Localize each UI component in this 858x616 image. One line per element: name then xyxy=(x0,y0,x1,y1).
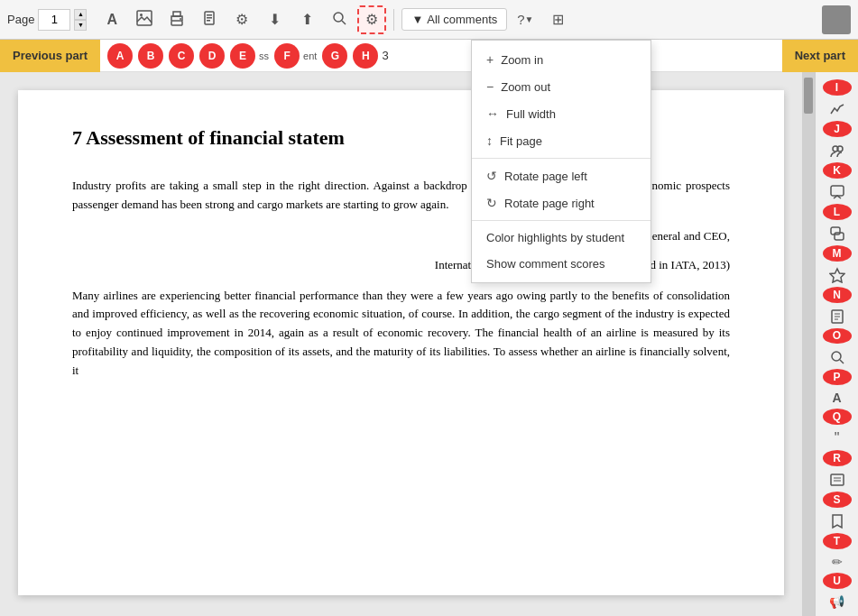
print-button[interactable] xyxy=(162,5,191,34)
letter-badges: A B C D E ss F ent G H 3 xyxy=(100,43,396,69)
sidebar-icon-q[interactable]: " xyxy=(826,430,848,446)
grid-button[interactable]: ⊞ xyxy=(543,5,572,34)
sidebar-icon-s[interactable] xyxy=(826,513,848,529)
sidebar-icon-m[interactable] xyxy=(826,267,848,283)
filter-icon: ▼ xyxy=(411,13,423,26)
next-part-button[interactable]: Next part xyxy=(782,40,858,72)
rotate-left-label: Rotate page left xyxy=(504,170,587,183)
sidebar-icon-j[interactable] xyxy=(826,143,848,159)
previous-part-button[interactable]: Previous part xyxy=(0,40,100,72)
sidebar-icon-o[interactable] xyxy=(826,349,848,365)
sidebar-badge-q[interactable]: Q xyxy=(823,409,852,425)
pdf-content: 7 Assessment of financial statem Industr… xyxy=(0,72,802,616)
fit-page-label: Fit page xyxy=(500,134,542,148)
all-comments-button[interactable]: ▼ All comments xyxy=(401,8,507,31)
main-area: 7 Assessment of financial statem Industr… xyxy=(0,72,858,616)
sidebar-badge-s[interactable]: S xyxy=(823,492,852,508)
sidebar-badge-i[interactable]: I xyxy=(823,79,852,96)
rotate-right-icon: ↻ xyxy=(486,196,497,210)
pdf-para2: Many airlines are experiencing better fi… xyxy=(72,287,730,381)
sidebar-badge-j[interactable]: J xyxy=(823,121,852,137)
sidebar-icon-p[interactable]: A xyxy=(826,391,848,405)
sidebar-icon-k[interactable] xyxy=(826,184,848,200)
rotate-right-item[interactable]: ↻ Rotate page right xyxy=(472,189,650,216)
sidebar-icon-r[interactable] xyxy=(826,472,848,488)
pdf-scrollbar[interactable] xyxy=(802,72,815,616)
badge-c[interactable]: C xyxy=(169,43,194,69)
text-tool-button[interactable]: A xyxy=(97,5,126,34)
zoom-in-item[interactable]: + Zoom in xyxy=(472,46,650,73)
zoom-out-item[interactable]: − Zoom out xyxy=(472,73,650,100)
zoom-out-label: Zoom out xyxy=(501,80,550,94)
sidebar-badge-t[interactable]: T xyxy=(823,533,852,549)
svg-rect-2 xyxy=(171,21,182,25)
upload-button[interactable]: ⬆ xyxy=(292,5,321,34)
sidebar-icon-n[interactable] xyxy=(826,308,848,325)
sidebar-icon-t[interactable]: ✏ xyxy=(826,555,848,569)
settings-icon: ⚙ xyxy=(235,11,248,28)
zoom-in-label: Zoom in xyxy=(501,53,543,67)
badge-h[interactable]: H xyxy=(353,43,378,69)
badge-h-label: 3 xyxy=(382,49,388,62)
attach-button[interactable] xyxy=(195,5,224,34)
rotate-right-label: Rotate page right xyxy=(504,197,595,210)
full-width-item[interactable]: ↔ Full width xyxy=(472,100,650,127)
fit-page-item[interactable]: ↕ Fit page xyxy=(472,127,650,154)
search-button[interactable] xyxy=(325,5,354,34)
rotate-left-item[interactable]: ↺ Rotate page left xyxy=(472,162,650,189)
svg-rect-3 xyxy=(173,12,180,16)
search-icon xyxy=(332,11,346,29)
download-button[interactable]: ⬇ xyxy=(260,5,289,34)
badge-g[interactable]: G xyxy=(322,43,347,69)
svg-point-4 xyxy=(180,18,181,20)
download-icon: ⬇ xyxy=(269,11,281,28)
sidebar-badge-u[interactable]: U xyxy=(823,573,852,589)
sidebar-badge-m[interactable]: M xyxy=(823,245,852,262)
sidebar-icon-u[interactable]: 📢 xyxy=(826,594,848,609)
sidebar-badge-p[interactable]: P xyxy=(823,369,852,385)
view-options-button[interactable]: ⚙ xyxy=(357,5,386,34)
page-down-button[interactable]: ▼ xyxy=(74,20,87,31)
sidebar-badge-l[interactable]: L xyxy=(823,204,852,220)
page-label: Page xyxy=(7,13,34,26)
scroll-thumb[interactable] xyxy=(804,78,813,114)
all-comments-label: All comments xyxy=(427,13,497,26)
settings-button[interactable]: ⚙ xyxy=(227,5,256,34)
svg-point-1 xyxy=(140,14,143,16)
badge-b[interactable]: B xyxy=(138,43,163,69)
help-dropdown-icon: ▼ xyxy=(525,14,534,24)
zoom-in-icon: + xyxy=(486,52,494,67)
badge-e-label: ss xyxy=(259,51,269,61)
sidebar-badge-n[interactable]: N xyxy=(823,287,852,303)
page-input[interactable] xyxy=(38,9,70,31)
show-scores-label: Show comment scores xyxy=(486,257,605,271)
sidebar-badge-r[interactable]: R xyxy=(823,450,852,466)
sidebar-badge-k[interactable]: K xyxy=(823,162,852,179)
zoom-out-icon: − xyxy=(486,79,494,94)
badge-d[interactable]: D xyxy=(199,43,225,69)
svg-marker-16 xyxy=(830,269,844,282)
image-tool-button[interactable] xyxy=(130,5,159,34)
secondary-toolbar: Previous part A B C D E ss F ent G H 3 N… xyxy=(0,40,858,72)
sidebar-icon-l[interactable] xyxy=(826,225,848,242)
svg-rect-6 xyxy=(207,14,212,16)
page-control: Page ▲ ▼ xyxy=(7,9,87,31)
grid-icon: ⊞ xyxy=(552,11,564,28)
text-icon: A xyxy=(107,12,118,28)
help-button[interactable]: ? ▼ xyxy=(511,5,540,34)
show-scores-item[interactable]: Show comment scores xyxy=(472,251,650,277)
fit-page-icon: ↕ xyxy=(486,133,493,148)
page-up-button[interactable]: ▲ xyxy=(74,9,87,20)
right-sidebar: I J K L M N O P A Q " R xyxy=(815,72,858,616)
color-highlights-item[interactable]: Color highlights by student xyxy=(472,225,650,251)
badge-a[interactable]: A xyxy=(107,43,133,69)
svg-line-10 xyxy=(342,21,346,24)
pdf-page: 7 Assessment of financial statem Industr… xyxy=(18,90,784,595)
avatar[interactable] xyxy=(822,5,851,34)
sidebar-badge-o[interactable]: O xyxy=(823,328,852,345)
attach-icon xyxy=(201,10,217,30)
badge-f[interactable]: F xyxy=(274,43,300,69)
upload-icon: ⬆ xyxy=(301,11,313,28)
badge-e[interactable]: E xyxy=(230,43,255,69)
sidebar-icon-i[interactable] xyxy=(826,101,848,117)
